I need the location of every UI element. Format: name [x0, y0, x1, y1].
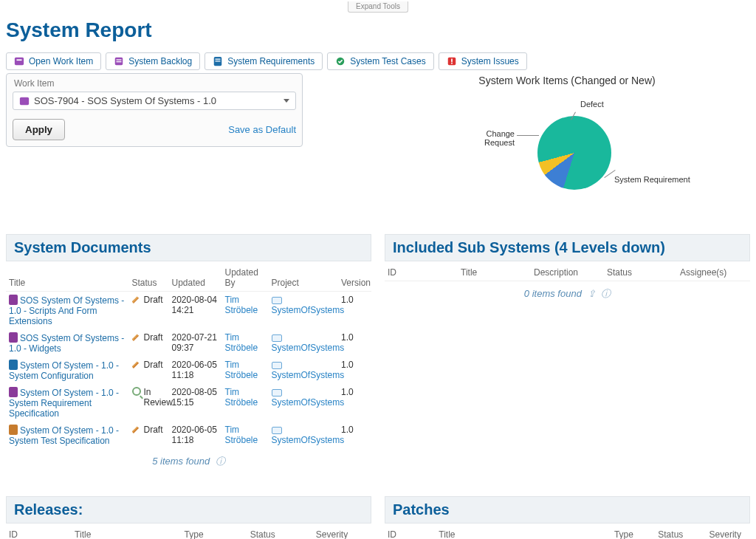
pencil-icon — [132, 425, 141, 433]
svg-rect-12 — [20, 97, 29, 105]
svg-rect-0 — [15, 58, 24, 66]
project-icon — [272, 334, 282, 342]
project-link[interactable]: SystemOfSystems — [272, 370, 345, 380]
column-header: Assignee(s) — [677, 261, 750, 281]
filter-box: Work Item SOS-7904 - SOS System Of Syste… — [6, 73, 303, 147]
subsystems-items-found: 0 items found ⇪ ⓘ — [385, 281, 750, 306]
expand-tools-button[interactable]: Expand Tools — [348, 1, 408, 13]
table-row: System Of System - 1.0 - System Configur… — [6, 357, 371, 384]
table-row: SOS System Of Systems - 1.0 - WidgetsDra… — [6, 329, 371, 357]
panel-heading: Patches — [385, 496, 750, 523]
panel-releases: Releases: IDTitleTypeStatusSeverity SOS-… — [6, 496, 371, 539]
panel-heading: Included Sub Systems (4 Levels down) — [385, 234, 750, 261]
column-header: Status — [604, 261, 677, 281]
status-cell: Draft — [132, 425, 166, 435]
updated-cell: 2020-08-05 15:15 — [169, 384, 222, 422]
column-header: Version — [338, 261, 371, 292]
project-icon — [272, 389, 282, 396]
panel-patches: Patches IDTitleTypeStatusSeverity SOS-88… — [385, 496, 750, 539]
column-header: ID — [385, 523, 436, 539]
column-header: ID — [385, 261, 458, 281]
column-header: Type — [182, 523, 247, 539]
save-as-default-link[interactable]: Save as Default — [228, 124, 296, 135]
apply-button[interactable]: Apply — [13, 119, 65, 140]
filter-label: Work Item — [14, 78, 296, 89]
document-link[interactable]: System Of System - 1.0 - System Requirem… — [9, 388, 119, 419]
tab-strip: Open Work Item System Backlog System Req… — [0, 52, 756, 70]
tab-system-requirements[interactable]: System Requirements — [205, 52, 323, 70]
document-link[interactable]: System Of System - 1.0 - System Test Spe… — [9, 425, 119, 446]
backlog-icon — [114, 56, 124, 66]
document-link[interactable]: SOS System Of Systems - 1.0 - Widgets — [9, 333, 124, 354]
updated-cell: 2020-06-05 11:18 — [169, 357, 222, 384]
user-link[interactable]: Tim Ströbele — [225, 360, 258, 380]
column-header: Severity — [707, 523, 750, 539]
panel-system-documents: System Documents TitleStatusUpdatedUpdat… — [6, 234, 371, 474]
chart-label-defect: Defect — [580, 100, 604, 109]
column-header: Status — [129, 261, 169, 292]
workitem-icon — [19, 96, 30, 106]
tab-system-backlog[interactable]: System Backlog — [106, 52, 200, 70]
svg-rect-6 — [216, 59, 221, 60]
updated-cell: 2020-08-04 14:21 — [169, 292, 222, 330]
column-header: Type — [611, 523, 655, 539]
tab-system-test-cases[interactable]: System Test Cases — [327, 52, 433, 70]
column-header: Status — [247, 523, 313, 539]
magnifier-icon — [132, 387, 141, 396]
project-link[interactable]: SystemOfSystems — [272, 397, 345, 408]
document-icon — [9, 295, 18, 305]
svg-rect-10 — [451, 59, 453, 62]
document-link[interactable]: SOS System Of Systems - 1.0 - Scripts An… — [9, 295, 124, 326]
column-header: Title — [458, 261, 531, 281]
tab-system-issues[interactable]: System Issues — [439, 52, 527, 70]
column-header: Updated By — [222, 261, 269, 292]
project-icon — [272, 362, 282, 369]
issues-icon — [447, 56, 457, 66]
column-header: ID — [6, 523, 72, 539]
svg-rect-7 — [216, 61, 221, 61]
user-link[interactable]: Tim Ströbele — [225, 295, 258, 315]
document-link[interactable]: System Of System - 1.0 - System Configur… — [9, 360, 119, 381]
chart-label-change-request: Change Request — [463, 129, 515, 147]
column-header: Description — [531, 261, 604, 281]
user-link[interactable]: Tim Ströbele — [225, 387, 258, 408]
status-cell: Draft — [132, 295, 166, 305]
svg-rect-11 — [451, 63, 453, 64]
page-title: System Report — [6, 18, 750, 42]
document-icon — [9, 360, 18, 370]
pencil-icon — [132, 360, 141, 368]
pie-chart: Change Request Defect System Requirement — [378, 94, 756, 212]
column-header: Title — [6, 261, 129, 292]
project-link[interactable]: SystemOfSystems — [272, 305, 345, 315]
pencil-icon — [132, 295, 141, 303]
column-header: Status — [655, 523, 706, 539]
document-icon — [9, 387, 18, 397]
column-header: Project — [269, 261, 339, 292]
status-cell: In Review — [132, 387, 166, 408]
user-link[interactable]: Tim Ströbele — [225, 425, 258, 445]
pencil-icon — [132, 332, 141, 341]
work-item-select[interactable]: SOS-7904 - SOS System Of Systems - 1.0 — [13, 92, 296, 110]
table-row: System Of System - 1.0 - System Test Spe… — [6, 422, 371, 449]
user-link[interactable]: Tim Ströbele — [225, 332, 258, 353]
project-icon — [272, 297, 282, 304]
chart-label-system-requirement: System Requirement — [614, 175, 690, 184]
svg-rect-1 — [17, 59, 22, 61]
column-header: Updated — [169, 261, 222, 292]
column-header: Severity — [313, 523, 371, 539]
panel-sub-systems: Included Sub Systems (4 Levels down) IDT… — [385, 234, 750, 474]
export-icon[interactable]: ⇪ — [588, 288, 596, 299]
status-cell: Draft — [132, 360, 166, 370]
svg-rect-4 — [117, 61, 122, 62]
requirements-icon — [213, 56, 223, 66]
column-header: Title — [436, 523, 611, 539]
info-icon: ⓘ — [601, 288, 611, 299]
chevron-down-icon — [284, 99, 289, 103]
table-row: System Of System - 1.0 - System Requirem… — [6, 384, 371, 422]
tab-open-work-item[interactable]: Open Work Item — [6, 52, 101, 70]
document-icon — [9, 425, 18, 435]
testcases-icon — [335, 56, 346, 66]
panel-heading: System Documents — [6, 234, 371, 261]
project-link[interactable]: SystemOfSystems — [272, 435, 345, 445]
project-link[interactable]: SystemOfSystems — [272, 343, 345, 353]
